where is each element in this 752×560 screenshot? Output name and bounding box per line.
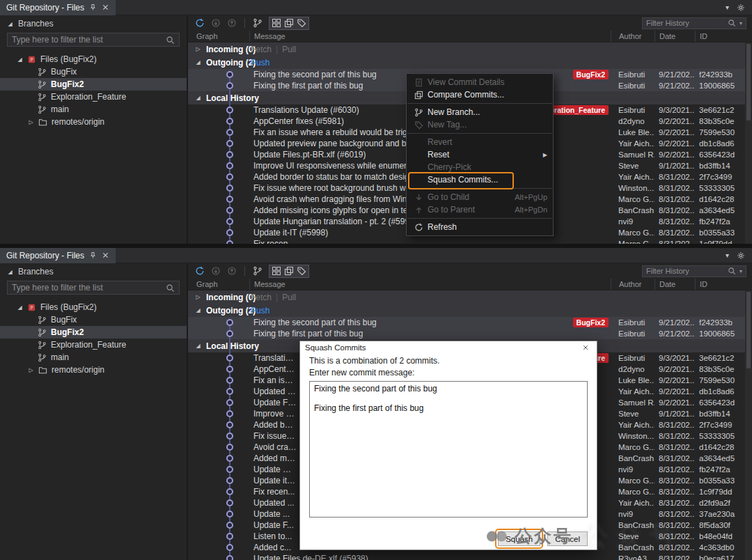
refresh-icon[interactable] — [194, 17, 206, 29]
tree-item-branch-bugfix[interactable]: BugFix — [0, 65, 187, 78]
outgoing-section-row[interactable]: ◢ Outgoing (2) Push — [188, 56, 752, 69]
column-graph[interactable]: Graph — [188, 279, 249, 290]
tag-view-icon[interactable] — [295, 265, 308, 277]
commit-row[interactable]: Fixing the first part of this bug Esibru… — [188, 328, 752, 339]
tree-item-branch-exploration[interactable]: Exploration_Feature — [0, 91, 187, 103]
pull-icon[interactable] — [226, 265, 238, 277]
tree-item-branch-exploration[interactable]: Exploration_Feature — [0, 339, 187, 351]
expander-icon[interactable]: ▷ — [195, 294, 201, 300]
expander-icon[interactable]: ▷ — [195, 46, 201, 52]
column-author[interactable]: Author — [611, 31, 655, 42]
close-icon[interactable] — [102, 3, 109, 11]
pull-link[interactable]: Pull — [282, 45, 296, 54]
menu-item-compare-commits[interactable]: Compare Commits... — [407, 88, 553, 101]
commit-row[interactable]: Fix recen... Marco G... 8/31/202... 1c9f… — [188, 238, 752, 244]
pin-icon[interactable] — [89, 251, 97, 259]
branch-filter-input[interactable] — [12, 283, 163, 293]
menu-item-refresh[interactable]: Refresh — [407, 221, 553, 233]
outgoing-section-row[interactable]: ◢ Outgoing (2) Push — [188, 304, 752, 317]
chevron-down-icon[interactable]: ▾ — [739, 268, 742, 274]
commit-row[interactable]: Fixing the second part of this bug BugFi… — [188, 317, 752, 328]
tag-view-icon[interactable] — [295, 17, 308, 29]
close-icon[interactable] — [102, 251, 109, 259]
column-date[interactable]: Date — [655, 279, 695, 290]
graph-grid-icon[interactable] — [270, 17, 283, 29]
branch-filter-input[interactable] — [12, 35, 163, 45]
tree-item-repo[interactable]: ◢ Files (BugFix2) — [0, 301, 187, 313]
fetch-link[interactable]: Fetch — [251, 45, 272, 54]
column-message[interactable]: Message — [249, 279, 611, 290]
expander-icon[interactable]: ▷ — [28, 367, 34, 373]
menu-item-new-branch[interactable]: New Branch... — [407, 106, 553, 118]
fetch-link[interactable]: Fetch — [251, 293, 272, 302]
commit-dot — [226, 399, 233, 406]
expander-icon[interactable]: ◢ — [17, 56, 23, 63]
column-id[interactable]: ID — [695, 279, 752, 290]
new-branch-icon[interactable] — [251, 265, 264, 277]
commit-row[interactable]: Update Files.de-DE.xlf (#5938) R3voA3 8/… — [188, 553, 752, 560]
compare-view-icon[interactable] — [283, 265, 295, 277]
column-id[interactable]: ID — [695, 31, 752, 42]
compare-view-icon[interactable] — [283, 17, 295, 29]
pull-icon[interactable] — [226, 17, 238, 29]
tab-git-repository[interactable]: Git Repository - Files — [0, 0, 116, 15]
column-author[interactable]: Author — [611, 279, 655, 290]
settings-gear-icon[interactable] — [737, 3, 745, 12]
graph-grid-icon[interactable] — [270, 265, 283, 277]
tree-item-branch-main[interactable]: main — [0, 103, 187, 116]
vertical-scrollbar[interactable] — [745, 290, 752, 560]
expander-icon[interactable]: ◢ — [7, 21, 13, 27]
commit-id: db1c8ad6 — [695, 387, 752, 396]
repo-label: Files (BugFix2) — [40, 54, 97, 64]
chevron-down-icon[interactable]: ▾ — [726, 251, 729, 259]
column-date[interactable]: Date — [655, 31, 695, 42]
fetch-icon[interactable] — [210, 265, 222, 277]
new-branch-icon[interactable] — [251, 17, 264, 29]
expander-icon[interactable]: ◢ — [195, 343, 201, 349]
branches-header[interactable]: ◢ Branches — [0, 15, 187, 32]
menu-separator — [407, 218, 552, 219]
tree-item-branch-bugfix2[interactable]: BugFix2 — [0, 326, 187, 339]
tree-item-repo[interactable]: ◢ Files (BugFix2) — [0, 53, 187, 65]
refresh-icon[interactable] — [194, 265, 206, 277]
expander-icon[interactable]: ◢ — [17, 304, 23, 311]
history-toolbar: Filter History ▾ — [188, 263, 752, 279]
dialog-titlebar[interactable]: Squash Commits — [300, 341, 597, 354]
push-link[interactable]: Push — [251, 58, 269, 68]
scrollbar-thumb[interactable] — [746, 44, 751, 120]
fetch-icon[interactable] — [210, 17, 222, 29]
commit-message-textarea[interactable]: Fixing the second part of this bug Fixin… — [309, 381, 588, 518]
pin-icon[interactable] — [89, 3, 97, 11]
tag-icon — [411, 120, 426, 130]
incoming-section-row[interactable]: ▷ Incoming (0) Fetch | Pull — [188, 290, 752, 304]
menu-item-reset[interactable]: Reset ▶ — [407, 148, 553, 161]
vertical-scrollbar[interactable] — [745, 42, 752, 244]
tree-item-remotes[interactable]: ▷ remotes/origin — [0, 116, 187, 128]
filter-history-box[interactable]: Filter History ▾ — [642, 17, 746, 29]
tree-item-remotes[interactable]: ▷ remotes/origin — [0, 364, 187, 376]
tab-git-repository[interactable]: Git Repository - Files — [0, 248, 116, 263]
chevron-down-icon[interactable]: ▾ — [739, 20, 742, 26]
scrollbar-thumb[interactable] — [746, 292, 751, 368]
pull-link[interactable]: Pull — [282, 293, 296, 302]
commit-author: R3voA3 — [611, 554, 655, 560]
commit-dot — [226, 377, 233, 384]
expander-icon[interactable]: ◢ — [195, 59, 201, 65]
expander-icon[interactable]: ◢ — [7, 269, 13, 275]
tree-item-branch-bugfix2[interactable]: BugFix2 — [0, 78, 187, 91]
dialog-close-icon[interactable] — [579, 343, 592, 352]
tree-item-branch-bugfix[interactable]: BugFix — [0, 313, 187, 326]
branches-header[interactable]: ◢ Branches — [0, 263, 187, 280]
column-message[interactable]: Message — [249, 31, 611, 42]
chevron-down-icon[interactable]: ▾ — [726, 3, 729, 11]
tree-item-branch-main[interactable]: main — [0, 351, 187, 364]
filter-history-box[interactable]: Filter History ▾ — [642, 265, 746, 277]
push-link[interactable]: Push — [251, 306, 269, 316]
incoming-section-row[interactable]: ▷ Incoming (0) Fetch | Pull — [188, 42, 752, 56]
menu-item-squash-commits[interactable]: Squash Commits... — [407, 173, 553, 186]
settings-gear-icon[interactable] — [737, 251, 745, 260]
expander-icon[interactable]: ▷ — [28, 119, 34, 125]
column-graph[interactable]: Graph — [188, 31, 249, 42]
expander-icon[interactable]: ◢ — [195, 307, 201, 313]
expander-icon[interactable]: ◢ — [195, 95, 201, 101]
